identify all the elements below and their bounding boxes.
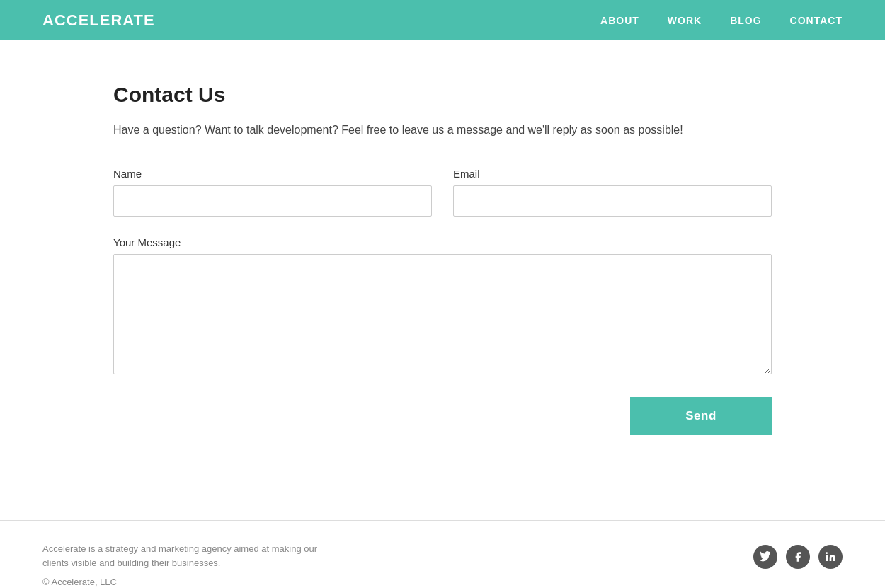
site-logo[interactable]: ACCELERATE (42, 11, 155, 30)
nav-blog[interactable]: BLOG (730, 15, 761, 26)
email-label: Email (453, 168, 772, 180)
send-row: Send (113, 397, 772, 435)
nav-contact[interactable]: CONTACT (790, 15, 843, 26)
footer-copyright: © Accelerate, LLC (42, 577, 340, 587)
footer-left: Accelerate is a strategy and marketing a… (42, 542, 340, 588)
name-label: Name (113, 168, 432, 180)
page-title: Contact Us (113, 83, 772, 107)
message-textarea[interactable] (113, 254, 772, 374)
name-email-row: Name Email (113, 168, 772, 217)
facebook-icon[interactable] (786, 545, 810, 569)
message-group: Your Message (113, 236, 772, 377)
name-group: Name (113, 168, 432, 217)
footer-description: Accelerate is a strategy and marketing a… (42, 542, 340, 572)
social-icons (753, 545, 843, 569)
message-label: Your Message (113, 236, 772, 248)
nav-about[interactable]: ABOUT (600, 15, 639, 26)
email-input[interactable] (453, 185, 772, 217)
svg-point-0 (826, 552, 828, 554)
site-header: ACCELERATE ABOUT WORK BLOG CONTACT (0, 0, 885, 40)
main-content: Contact Us Have a question? Want to talk… (113, 40, 772, 492)
site-footer: Accelerate is a strategy and marketing a… (0, 520, 885, 588)
send-button[interactable]: Send (630, 397, 772, 435)
nav-work[interactable]: WORK (668, 15, 702, 26)
linkedin-icon[interactable] (818, 545, 843, 569)
page-description: Have a question? Want to talk developmen… (113, 121, 772, 139)
contact-form: Name Email Your Message Send (113, 168, 772, 435)
email-group: Email (453, 168, 772, 217)
main-nav: ABOUT WORK BLOG CONTACT (600, 15, 843, 26)
name-input[interactable] (113, 185, 432, 217)
twitter-icon[interactable] (753, 545, 777, 569)
